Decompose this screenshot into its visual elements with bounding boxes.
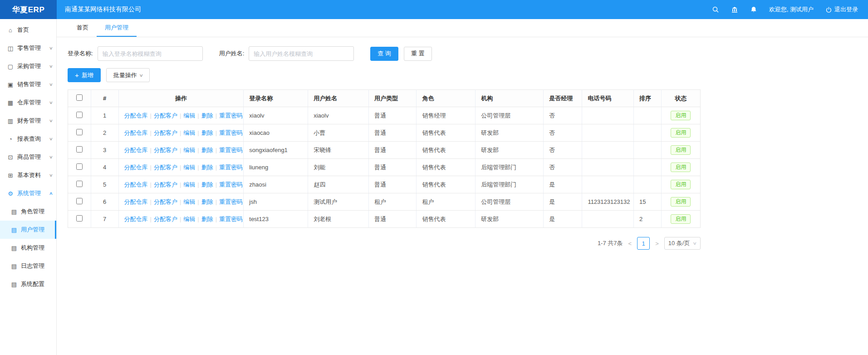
op-edit-link[interactable]: 编辑 [183,181,195,188]
page-number-button[interactable]: 1 [637,237,650,250]
op-assign-warehouse-link[interactable]: 分配仓库 [124,198,148,205]
op-delete-link[interactable]: 删除 [201,112,213,119]
org-cell: 研发部 [476,124,544,142]
op-delete-link[interactable]: 删除 [201,164,213,171]
chevron-down-icon: ∨ [49,137,53,141]
op-assign-customer-link[interactable]: 分配客户 [154,164,177,171]
row-checkbox[interactable] [76,146,83,153]
logout-button[interactable]: 退出登录 [825,5,858,14]
op-reset-password-link[interactable]: 重置密码 [219,216,243,222]
search-icon[interactable] [712,6,719,13]
user-name-input[interactable] [249,46,354,61]
search-button[interactable]: 查 询 [370,47,398,61]
warehouse-icon: ▦ [6,99,15,106]
user-name-cell: 赵四 [308,176,369,193]
divider: | [150,181,152,188]
user-name-cell: 小曹 [308,124,369,142]
tab-user-management[interactable]: 用户管理 [97,19,137,37]
reset-button[interactable]: 重 置 [404,47,432,61]
sidebar-item-warehouse[interactable]: ▦仓库管理∨ [0,94,56,112]
table-header-row: #操作登录名称用户姓名用户类型角色机构是否经理电话号码排序状态 [68,90,701,107]
op-assign-customer-link[interactable]: 分配客户 [154,216,177,222]
row-checkbox[interactable] [76,163,83,170]
op-assign-customer-link[interactable]: 分配客户 [154,147,177,153]
pagination: 1-7 共7条 < 1 > 10 条/页 ∨ [68,237,701,250]
op-assign-warehouse-link[interactable]: 分配仓库 [124,164,148,171]
sort-cell [633,142,661,159]
row-checkbox[interactable] [76,198,83,204]
sidebar-item-sales[interactable]: ▣销售管理∨ [0,75,56,94]
report-icon: ◔ [6,136,15,143]
column-header: 角色 [417,90,476,107]
op-assign-customer-link[interactable]: 分配客户 [154,181,177,188]
op-assign-warehouse-link[interactable]: 分配仓库 [124,129,148,136]
op-assign-warehouse-link[interactable]: 分配仓库 [124,181,148,188]
batch-actions-button[interactable]: 批量操作 ∨ [106,68,150,82]
op-edit-link[interactable]: 编辑 [183,216,195,222]
row-checkbox[interactable] [76,181,83,187]
sidebar-item-basic-data[interactable]: ⊞基本资料∨ [0,166,56,184]
op-assign-warehouse-link[interactable]: 分配仓库 [124,147,148,153]
sidebar-item-purchase[interactable]: ▢采购管理∨ [0,57,56,75]
add-button[interactable]: + 新增 [68,68,101,82]
sort-cell: 15 [633,193,661,211]
sidebar-item-roles[interactable]: ▤角色管理 [0,202,56,221]
op-reset-password-link[interactable]: 重置密码 [219,181,243,188]
login-name-input[interactable] [98,46,203,61]
sidebar-item-reports[interactable]: ◔报表查询∨ [0,130,56,148]
next-page-button[interactable]: > [654,240,660,247]
sidebar-item-home[interactable]: ⌂首页 [0,21,56,39]
op-edit-link[interactable]: 编辑 [183,164,195,171]
page-size-select[interactable]: 10 条/页 ∨ [664,237,701,250]
top-header: 华夏ERP 南通某某网络科技有限公司 欢迎您, 测试用户 退出登录 [0,0,868,19]
sidebar-item-system[interactable]: ⚙系统管理∧ [0,184,56,202]
sidebar-item-users[interactable]: ▤用户管理 [0,221,56,239]
op-assign-customer-link[interactable]: 分配客户 [154,129,177,136]
sidebar-item-orgs[interactable]: ▤机构管理 [0,239,56,257]
bank-icon[interactable] [731,6,738,13]
login-name-label: 登录名称: [68,49,93,58]
role-cell: 销售代表 [417,211,476,228]
sidebar-item-config[interactable]: ▤系统配置 [0,275,56,293]
op-assign-warehouse-link[interactable]: 分配仓库 [124,112,148,119]
divider: | [216,198,217,205]
op-reset-password-link[interactable]: 重置密码 [219,129,243,136]
op-reset-password-link[interactable]: 重置密码 [219,112,243,119]
sidebar-item-finance[interactable]: ▥财务管理∨ [0,112,56,130]
sidebar-item-goods[interactable]: ⊡商品管理∨ [0,148,56,166]
table-row: 4分配仓库|分配客户|编辑|删除|重置密码liuneng刘能普通销售代表后端管理… [68,159,701,176]
sidebar-item-retail[interactable]: ◫零售管理∨ [0,39,56,57]
op-delete-link[interactable]: 删除 [201,147,213,153]
select-all-checkbox[interactable] [76,94,83,101]
op-delete-link[interactable]: 删除 [201,181,213,188]
row-checkbox[interactable] [76,129,83,135]
role-cell: 租户 [417,193,476,211]
is-manager-cell: 否 [544,124,582,142]
op-edit-link[interactable]: 编辑 [183,147,195,153]
company-name: 南通某某网络科技有限公司 [65,5,141,14]
user-name-cell: 刘能 [308,159,369,176]
row-actions: 分配仓库|分配客户|编辑|删除|重置密码 [118,142,244,159]
column-header: 操作 [118,90,244,107]
op-assign-customer-link[interactable]: 分配客户 [154,198,177,205]
sidebar-item-logs[interactable]: ▤日志管理 [0,257,56,275]
row-checkbox[interactable] [76,112,83,118]
op-assign-customer-link[interactable]: 分配客户 [154,112,177,119]
op-reset-password-link[interactable]: 重置密码 [219,164,243,171]
role-cell: 销售代表 [417,176,476,193]
op-assign-warehouse-link[interactable]: 分配仓库 [124,216,148,222]
login-name-cell: zhaosi [244,176,308,193]
op-reset-password-link[interactable]: 重置密码 [219,198,243,205]
op-delete-link[interactable]: 删除 [201,198,213,205]
is-manager-cell: 是 [544,193,582,211]
op-edit-link[interactable]: 编辑 [183,112,195,119]
op-reset-password-link[interactable]: 重置密码 [219,147,243,153]
op-edit-link[interactable]: 编辑 [183,129,195,136]
bell-icon[interactable] [750,6,757,13]
op-edit-link[interactable]: 编辑 [183,198,195,205]
row-checkbox[interactable] [76,215,83,222]
op-delete-link[interactable]: 删除 [201,216,213,222]
tab-home[interactable]: 首页 [69,19,97,37]
op-delete-link[interactable]: 删除 [201,129,213,136]
prev-page-button[interactable]: < [628,240,633,247]
